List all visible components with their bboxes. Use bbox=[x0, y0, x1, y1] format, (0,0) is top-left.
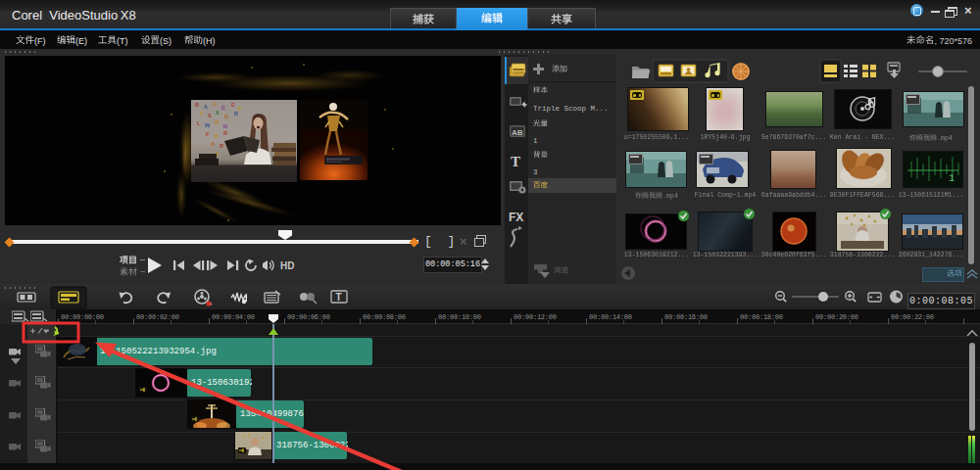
svg-text:T: T bbox=[511, 154, 520, 169]
svg-text:E: E bbox=[231, 102, 235, 108]
svg-text:A: A bbox=[204, 104, 208, 110]
svg-text:R: R bbox=[234, 111, 238, 117]
svg-text:K: K bbox=[215, 133, 219, 139]
svg-text:D: D bbox=[215, 119, 219, 125]
svg-text:O: O bbox=[213, 101, 218, 107]
svg-text:7: 7 bbox=[200, 111, 203, 117]
svg-text:FX: FX bbox=[509, 211, 523, 224]
svg-text:B: B bbox=[195, 102, 199, 108]
svg-text:H: H bbox=[223, 123, 227, 129]
svg-text:C: C bbox=[221, 105, 225, 111]
svg-text:AB: AB bbox=[512, 128, 523, 137]
svg-text:A: A bbox=[211, 141, 215, 147]
svg-text:W: W bbox=[205, 122, 211, 128]
svg-text:R: R bbox=[220, 143, 223, 149]
svg-text:1: 1 bbox=[949, 173, 955, 184]
svg-text:HD: HD bbox=[280, 260, 294, 271]
svg-text:G: G bbox=[224, 114, 228, 119]
svg-text:R: R bbox=[223, 130, 227, 136]
svg-text:X: X bbox=[216, 110, 220, 116]
svg-text:S: S bbox=[208, 113, 212, 118]
